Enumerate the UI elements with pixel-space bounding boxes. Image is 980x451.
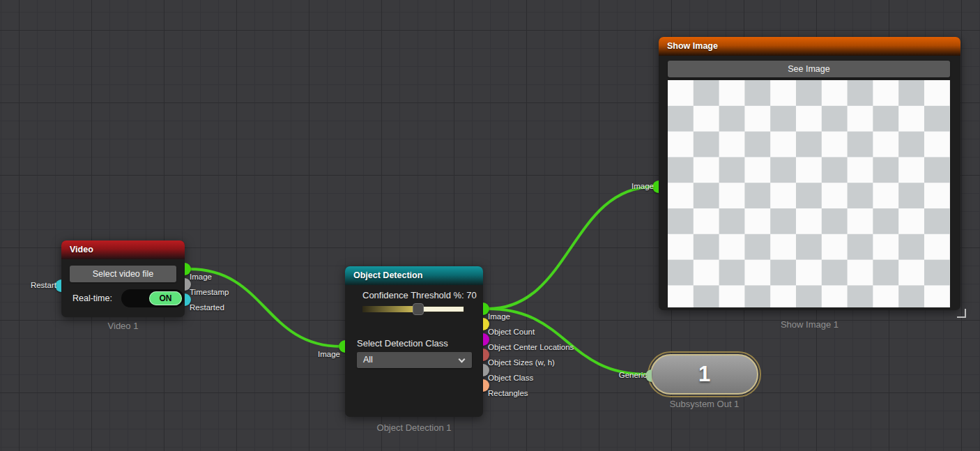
video-node-header[interactable]: Video bbox=[61, 240, 185, 259]
select-video-file-button[interactable]: Select video file bbox=[70, 266, 176, 282]
subsystem-out-caption: Subsystem Out 1 bbox=[624, 399, 785, 409]
port-object-class-label: Object Class bbox=[488, 374, 533, 382]
chevron-down-icon bbox=[459, 356, 466, 363]
slider-fill bbox=[362, 306, 418, 312]
realtime-toggle-knob[interactable]: ON bbox=[149, 291, 182, 305]
show-image-node-header[interactable]: Show Image bbox=[659, 37, 960, 56]
resize-handle-icon[interactable] bbox=[957, 309, 966, 318]
image-preview-transparency-checkerboard bbox=[668, 80, 950, 307]
node-editor-canvas[interactable]: Video Select video file Real-time: ON Re… bbox=[0, 0, 980, 451]
show-image-node[interactable]: Show Image See Image Image Show Image 1 bbox=[659, 37, 960, 310]
subsystem-out-value: 1 bbox=[652, 356, 757, 393]
realtime-label: Real-time: bbox=[72, 293, 112, 303]
see-image-button[interactable]: See Image bbox=[668, 61, 950, 77]
slider-track[interactable] bbox=[418, 306, 464, 312]
wire-detection-image-to-show-image[interactable] bbox=[488, 187, 654, 309]
detection-class-label: Select Detection Class bbox=[357, 338, 448, 349]
confidence-threshold-slider[interactable] bbox=[362, 306, 464, 312]
port-generic-input-label: Generic bbox=[619, 371, 647, 379]
port-timestamp-label: Timestamp bbox=[190, 288, 229, 296]
port-image-label: Image bbox=[190, 273, 212, 281]
subsystem-out-node[interactable]: 1 Generic Subsystem Out 1 bbox=[650, 354, 758, 395]
object-detection-node-caption: Object Detection 1 bbox=[317, 422, 511, 433]
port-detection-image-input-label: Image bbox=[318, 350, 340, 358]
detection-class-dropdown[interactable]: All bbox=[357, 352, 472, 368]
object-detection-node-header[interactable]: Object Detection bbox=[345, 266, 483, 285]
slider-handle[interactable] bbox=[413, 303, 424, 315]
video-node[interactable]: Video Select video file Real-time: ON Re… bbox=[61, 240, 185, 317]
confidence-threshold-label: Confidence Threshold %: 70 bbox=[362, 290, 477, 300]
port-rectangles-label: Rectangles bbox=[488, 389, 528, 397]
port-restarted-label: Restarted bbox=[190, 303, 224, 312]
port-object-sizes-label: Object Sizes (w, h) bbox=[488, 358, 555, 367]
port-object-center-locations-label: Object Center Locations bbox=[488, 343, 574, 351]
port-restart-label: Restart bbox=[31, 281, 56, 289]
port-show-image-input-label: Image bbox=[631, 182, 654, 190]
port-object-count-label: Object Count bbox=[488, 328, 535, 336]
video-node-caption: Video 1 bbox=[33, 321, 213, 331]
show-image-node-caption: Show Image 1 bbox=[631, 319, 980, 330]
object-detection-node[interactable]: Object Detection Confidence Threshold %:… bbox=[345, 266, 483, 417]
port-detection-image-output-label: Image bbox=[488, 312, 510, 321]
realtime-toggle[interactable]: ON bbox=[121, 289, 184, 307]
detection-class-value: All bbox=[363, 355, 373, 365]
